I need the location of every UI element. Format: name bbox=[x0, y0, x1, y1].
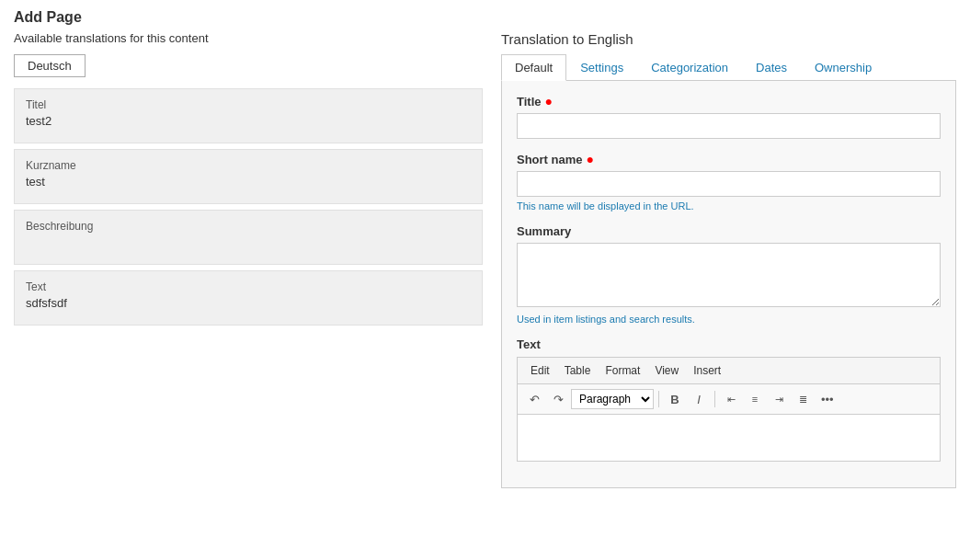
source-label-text: Text bbox=[26, 280, 471, 293]
align-left-button[interactable]: ⇤ bbox=[720, 388, 742, 410]
tab-ownership[interactable]: Ownership bbox=[801, 54, 885, 80]
form-field-summary: Summary Used in item listings and search… bbox=[517, 224, 941, 325]
form-field-short-name: Short name ● This name will be displayed… bbox=[517, 152, 941, 211]
left-panel: Available translations for this content … bbox=[14, 31, 483, 551]
title-required-indicator: ● bbox=[545, 94, 553, 109]
tabs-bar: Default Settings Categorization Dates Ow… bbox=[501, 54, 956, 81]
tab-dates[interactable]: Dates bbox=[742, 54, 801, 80]
page-container: Add Page Available translations for this… bbox=[0, 0, 970, 560]
source-label-beschreibung: Beschreibung bbox=[26, 220, 471, 233]
tab-default[interactable]: Default bbox=[501, 54, 566, 81]
text-section-label: Text bbox=[517, 337, 941, 351]
editor-menubar: Edit Table Format View Insert bbox=[518, 358, 940, 384]
italic-button[interactable]: I bbox=[688, 388, 710, 410]
source-label-titel: Titel bbox=[26, 98, 471, 111]
menu-view[interactable]: View bbox=[647, 361, 686, 380]
menu-format[interactable]: Format bbox=[598, 361, 647, 380]
source-field-kurzname: Kurzname test bbox=[14, 149, 483, 204]
menu-edit[interactable]: Edit bbox=[523, 361, 557, 380]
right-panel-title: Translation to English bbox=[501, 31, 956, 47]
align-right-button[interactable]: ⇥ bbox=[768, 388, 790, 410]
bold-button[interactable]: B bbox=[664, 388, 686, 410]
right-panel: Translation to English Default Settings … bbox=[501, 31, 956, 551]
text-section: Text Edit Table Format View Insert ↶ bbox=[517, 337, 941, 462]
more-options-button[interactable]: ••• bbox=[816, 388, 839, 410]
editor-toolbar: ↶ ↷ Paragraph B I ⇤ ≡ ⇥ ≣ bbox=[518, 384, 940, 415]
form-label-short-name: Short name ● bbox=[517, 152, 941, 166]
form-label-summary: Summary bbox=[517, 224, 941, 238]
page-title: Add Page bbox=[14, 9, 956, 26]
form-field-title: Title ● bbox=[517, 94, 941, 139]
main-layout: Available translations for this content … bbox=[14, 31, 956, 551]
title-label-text: Title bbox=[517, 95, 542, 109]
source-field-text: Text sdfsfsdf bbox=[14, 270, 483, 326]
redo-button[interactable]: ↷ bbox=[547, 388, 569, 410]
toolbar-separator-2 bbox=[714, 391, 715, 407]
source-value-kurzname: test bbox=[26, 175, 471, 189]
tab-settings[interactable]: Settings bbox=[566, 54, 637, 80]
form-label-title: Title ● bbox=[517, 94, 941, 109]
toolbar-separator-1 bbox=[658, 391, 659, 407]
summary-textarea[interactable] bbox=[517, 243, 941, 307]
left-panel-header: Available translations for this content bbox=[14, 31, 483, 45]
short-name-required-indicator: ● bbox=[587, 152, 594, 166]
source-value-titel: test2 bbox=[26, 114, 471, 128]
source-field-titel: Titel test2 bbox=[14, 88, 483, 143]
short-name-hint: This name will be displayed in the URL. bbox=[517, 200, 941, 211]
title-input[interactable] bbox=[517, 113, 941, 139]
align-justify-button[interactable]: ≣ bbox=[792, 388, 814, 410]
source-value-text: sdfsfsdf bbox=[26, 296, 471, 310]
align-center-button[interactable]: ≡ bbox=[744, 388, 766, 410]
summary-hint: Used in item listings and search results… bbox=[517, 314, 941, 325]
source-field-beschreibung: Beschreibung bbox=[14, 210, 483, 265]
summary-label-text: Summary bbox=[517, 224, 571, 238]
menu-table[interactable]: Table bbox=[557, 361, 599, 380]
undo-button[interactable]: ↶ bbox=[523, 388, 545, 410]
deutsch-button[interactable]: Deutsch bbox=[14, 54, 86, 77]
editor-body[interactable] bbox=[518, 415, 940, 461]
menu-insert[interactable]: Insert bbox=[686, 361, 728, 380]
short-name-label-text: Short name bbox=[517, 153, 583, 166]
short-name-input[interactable] bbox=[517, 171, 941, 197]
rich-text-editor: Edit Table Format View Insert ↶ ↷ Paragr… bbox=[517, 357, 941, 462]
tab-categorization[interactable]: Categorization bbox=[637, 54, 742, 80]
source-label-kurzname: Kurzname bbox=[26, 159, 471, 172]
tab-content-default: Title ● Short name ● This name will be d… bbox=[501, 81, 956, 488]
paragraph-style-select[interactable]: Paragraph bbox=[571, 389, 654, 409]
